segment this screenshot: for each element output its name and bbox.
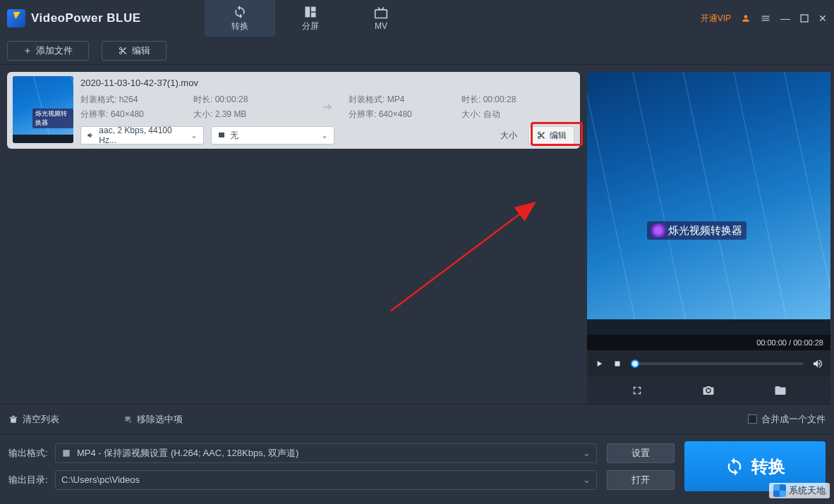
tab-convert[interactable]: 转换 — [205, 0, 275, 37]
volume-icon[interactable] — [812, 358, 823, 369]
settings-button[interactable]: 设置 — [607, 443, 675, 463]
output-format-select[interactable]: MP4 - 保持源视频设置 (H.264; AAC, 128Kbps, 双声道)… — [55, 443, 597, 463]
dst-duration: 时长: 00:00:28 — [461, 94, 574, 106]
thumb-watermark: 烁光视频转换器 — [32, 109, 73, 128]
window-controls: 开通VIP — ✕ — [701, 13, 827, 25]
add-file-label: 添加文件 — [36, 44, 73, 57]
tab-mv-label: MV — [375, 21, 387, 31]
refresh-icon — [232, 5, 248, 19]
output-dir-row: 输出目录: C:\Users\pc\Videos ⌄ — [8, 470, 597, 490]
vip-link[interactable]: 开通VIP — [701, 13, 731, 25]
watermark-icon — [773, 484, 786, 497]
output-format-label: 输出格式: — [8, 447, 49, 460]
folder-icon[interactable] — [774, 384, 787, 397]
dst-resolution: 分辨率: 640×480 — [349, 109, 461, 121]
preview-tools — [587, 377, 830, 404]
audio-track-label: aac, 2 Kbps, 44100 Hz... — [99, 125, 186, 145]
thumb-taskbar — [13, 135, 73, 143]
annotation-arrow — [384, 198, 553, 318]
src-duration: 时长: 00:00:28 — [193, 94, 306, 106]
src-format: 封装格式: h264 — [80, 94, 193, 106]
logo-area: VideoPower BLUE — [7, 9, 205, 27]
preview-watermark: 烁光视频转换器 — [647, 221, 747, 240]
format-icon — [61, 448, 71, 458]
subtitle-select[interactable]: 无 ⌄ — [211, 126, 334, 145]
output-format-row: 输出格式: MP4 - 保持源视频设置 (H.264; AAC, 128Kbps… — [8, 443, 597, 463]
stop-icon[interactable] — [612, 359, 622, 369]
merge-checkbox[interactable]: 合并成一个文件 — [748, 413, 826, 426]
file-meta: 封装格式: h264 时长: 00:00:28 封装格式: MP4 时长: 00… — [80, 94, 574, 121]
page-watermark: 系统天地 — [769, 483, 830, 498]
footer: 输出格式: MP4 - 保持源视频设置 (H.264; AAC, 128Kbps… — [0, 434, 834, 498]
footer-mid-buttons: 设置 打开 — [607, 441, 675, 491]
time-display: 00:00:00 / 00:00:28 — [587, 335, 830, 350]
edit-label: 编辑 — [132, 44, 150, 57]
chevron-down-icon: ⌄ — [321, 130, 328, 140]
preview-pane: 烁光视频转换器 00:00:00 / 00:00:28 — [587, 72, 830, 404]
output-dir-field[interactable]: C:\Users\pc\Videos ⌄ — [55, 470, 597, 490]
toolbar: 添加文件 编辑 — [0, 37, 834, 65]
clear-list-label: 清空列表 — [23, 413, 59, 426]
main-tabs: 转换 分屏 MV — [205, 0, 416, 37]
scissors-icon — [118, 47, 128, 55]
annotation-highlight — [531, 122, 583, 146]
fullscreen-icon[interactable] — [631, 384, 643, 397]
src-resolution: 分辨率: 640×480 — [80, 109, 193, 121]
speaker-icon — [87, 131, 95, 140]
progress-slider[interactable] — [631, 362, 804, 365]
refresh-icon — [725, 457, 744, 477]
watermark-text: 系统天地 — [789, 484, 826, 497]
app-title: VideoPower BLUE — [31, 11, 141, 25]
file-list: 烁光视频转换器 2020-11-03-10-42-37(1).mov 封装格式:… — [0, 65, 587, 404]
remove-selected-label: 移除选中项 — [137, 413, 183, 426]
remove-icon — [123, 414, 133, 424]
subtitle-icon — [217, 131, 226, 140]
svg-line-1 — [391, 204, 533, 311]
subtitle-label: 无 — [230, 130, 238, 142]
play-icon[interactable] — [594, 359, 604, 369]
close-button[interactable]: ✕ — [818, 13, 827, 24]
split-screen-icon — [303, 5, 318, 19]
tab-convert-label: 转换 — [231, 20, 248, 32]
playback-controls — [587, 350, 830, 377]
preview-watermark-text: 烁光视频转换器 — [668, 224, 742, 238]
remove-selected-button[interactable]: 移除选中项 — [123, 413, 183, 426]
dst-format: 封装格式: MP4 — [349, 94, 461, 106]
tv-icon — [373, 6, 389, 20]
file-name: 2020-11-03-10-42-37(1).mov — [80, 76, 574, 88]
chevron-down-icon: ⌄ — [583, 448, 591, 458]
titlebar: VideoPower BLUE 转换 分屏 MV 开通VIP — ✕ — [0, 0, 834, 37]
file-thumbnail[interactable]: 烁光视频转换器 — [13, 76, 73, 143]
chevron-down-icon: ⌄ — [191, 130, 198, 140]
open-button[interactable]: 打开 — [607, 470, 675, 490]
edit-button[interactable]: 编辑 — [102, 41, 167, 61]
list-toolbar: 清空列表 移除选中项 合并成一个文件 — [0, 404, 834, 434]
preview-watermark-icon — [651, 223, 665, 238]
file-selectors: aac, 2 Kbps, 44100 Hz... ⌄ 无 ⌄ 大小 编辑 — [80, 126, 574, 145]
output-dir-label: 输出目录: — [8, 474, 49, 486]
svg-rect-0 — [801, 15, 808, 22]
main-area: 烁光视频转换器 2020-11-03-10-42-37(1).mov 封装格式:… — [0, 65, 834, 404]
add-file-button[interactable]: 添加文件 — [7, 41, 89, 61]
preview-taskbar — [587, 319, 830, 335]
convert-arrow-icon — [306, 101, 349, 113]
tab-mv[interactable]: MV — [346, 0, 416, 37]
clear-icon — [8, 414, 18, 424]
tab-split[interactable]: 分屏 — [275, 0, 346, 37]
audio-track-select[interactable]: aac, 2 Kbps, 44100 Hz... ⌄ — [80, 126, 204, 145]
output-dir-value: C:\Users\pc\Videos — [61, 474, 140, 485]
progress-knob[interactable] — [631, 359, 639, 368]
preview-video[interactable]: 烁光视频转换器 — [587, 72, 830, 335]
file-card[interactable]: 烁光视频转换器 2020-11-03-10-42-37(1).mov 封装格式:… — [7, 72, 580, 149]
user-icon[interactable] — [741, 13, 751, 23]
merge-label: 合并成一个文件 — [761, 413, 826, 426]
menu-icon[interactable] — [761, 13, 770, 23]
output-format-value: MP4 - 保持源视频设置 (H.264; AAC, 128Kbps, 双声道) — [77, 447, 298, 460]
size-button[interactable]: 大小 — [496, 126, 521, 145]
camera-icon[interactable] — [702, 384, 715, 397]
minimize-button[interactable]: — — [780, 13, 790, 24]
maximize-button[interactable] — [800, 14, 809, 23]
plus-icon — [23, 47, 32, 55]
checkbox-icon[interactable] — [748, 414, 757, 424]
clear-list-button[interactable]: 清空列表 — [8, 413, 59, 426]
